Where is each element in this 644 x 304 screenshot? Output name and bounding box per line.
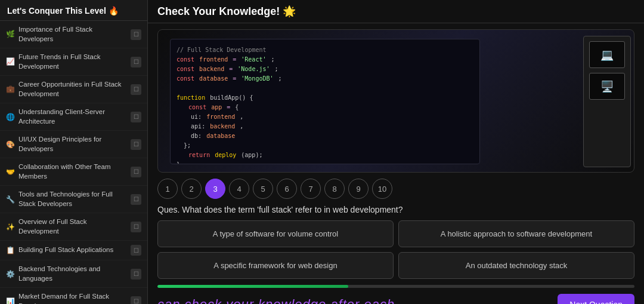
next-question-button[interactable]: Next Question (558, 294, 634, 304)
monitor-icon-2: 🖥️ (589, 73, 625, 100)
progress-bar-fill (157, 285, 348, 288)
monitor-icon-1: 💻 (589, 41, 625, 68)
sidebar: Let's Conquer This Level 🔥 🌿 Importance … (0, 0, 148, 304)
sidebar-item-check-1: ☐ (131, 57, 141, 67)
option-3[interactable]: A specific framework for web design (157, 252, 394, 279)
sidebar-item-9[interactable]: ⚙️ Backend Technologies and Languages ☐ (0, 260, 147, 288)
sidebar-item-check-2: ☐ (131, 84, 141, 95)
question-number-5[interactable]: 5 (253, 179, 273, 199)
sidebar-item-label-6: Tools and Technologies for Full Stack De… (18, 190, 131, 208)
code-block: // Full Stack Development const frontend… (170, 39, 480, 164)
sidebar-item-icon-3: 🌐 (6, 112, 15, 122)
sidebar-item-label-7: Overview of Full Stack Development (18, 217, 131, 236)
question-numbers: 12345678910 (157, 179, 634, 199)
bottom-text: can check your knowledge after each (157, 297, 395, 304)
main-header: Check Your Knowledge! 🌟 (148, 0, 644, 23)
question-number-10[interactable]: 10 (372, 179, 392, 199)
sidebar-item-8[interactable]: 📋 Building Full Stack Applications ☐ (0, 241, 147, 260)
question-number-3[interactable]: 3 (205, 179, 225, 199)
sidebar-item-label-1: Future Trends in Full Stack Development (18, 53, 131, 71)
sidebar-title: Let's Conquer This Level 🔥 (0, 0, 147, 21)
sidebar-item-label-3: Understanding Client-Server Architecture (18, 108, 131, 126)
sidebar-item-4[interactable]: 🎨 UI/UX Design Principles for Developers… (0, 131, 147, 158)
progress-bar-container (157, 285, 634, 288)
option-2[interactable]: A holistic approach to software developm… (398, 220, 634, 247)
question-number-1[interactable]: 1 (157, 179, 178, 199)
bottom-row: can check your knowledge after each Next… (157, 294, 634, 304)
sidebar-item-1[interactable]: 📈 Future Trends in Full Stack Developmen… (0, 48, 147, 76)
sidebar-item-label-2: Career Opportunities in Full Stack Devel… (18, 80, 131, 99)
sidebar-item-check-7: ☐ (131, 222, 141, 232)
sidebar-item-5[interactable]: 🤝 Collaboration with Other Team Members … (0, 158, 147, 186)
sidebar-item-icon-5: 🤝 (6, 167, 15, 177)
sidebar-item-icon-9: ⚙️ (6, 269, 15, 279)
sidebar-item-check-9: ☐ (131, 269, 141, 280)
question-number-7[interactable]: 7 (301, 179, 321, 199)
sidebar-item-icon-10: 📊 (6, 297, 15, 304)
sidebar-item-icon-4: 🎨 (6, 140, 15, 149)
option-4[interactable]: An outdated technology stack (398, 252, 634, 279)
main-body: // Full Stack Development const frontend… (148, 23, 644, 304)
sidebar-item-icon-8: 📋 (6, 245, 15, 255)
sidebar-item-label-9: Backend Technologies and Languages (18, 265, 131, 283)
sidebar-item-icon-6: 🔧 (6, 195, 15, 204)
sidebar-item-7[interactable]: ✨ Overview of Full Stack Development ☐ (0, 213, 147, 241)
question-number-4[interactable]: 4 (229, 179, 249, 199)
question-text: Ques. What does the term 'full stack' re… (157, 205, 634, 214)
sidebar-item-0[interactable]: 🌿 Importance of Full Stack Developers ☐ (0, 21, 147, 48)
sidebar-item-icon-2: 💼 (6, 84, 15, 94)
question-number-9[interactable]: 9 (348, 179, 369, 199)
sidebar-item-6[interactable]: 🔧 Tools and Technologies for Full Stack … (0, 186, 147, 213)
sidebar-item-label-0: Importance of Full Stack Developers (18, 25, 131, 44)
sidebar-item-3[interactable]: 🌐 Understanding Client-Server Architectu… (0, 103, 147, 131)
question-number-6[interactable]: 6 (277, 179, 297, 199)
main-content: Check Your Knowledge! 🌟 // Full Stack De… (148, 0, 644, 304)
sidebar-item-check-6: ☐ (131, 194, 141, 205)
sidebar-item-label-10: Market Demand for Full Stack Developers (18, 292, 131, 304)
sidebar-item-label-5: Collaboration with Other Team Members (18, 162, 131, 181)
sidebar-item-label-4: UI/UX Design Principles for Developers (18, 135, 131, 153)
sidebar-item-check-3: ☐ (131, 112, 141, 122)
sidebar-item-2[interactable]: 💼 Career Opportunities in Full Stack Dev… (0, 76, 147, 103)
main-title: Check Your Knowledge! 🌟 (157, 5, 296, 17)
sidebar-item-label-8: Building Full Stack Applications (18, 245, 131, 255)
sidebar-item-check-8: ☐ (131, 245, 141, 256)
sidebar-item-icon-1: 📈 (6, 57, 15, 66)
option-1[interactable]: A type of software for volume control (157, 220, 394, 247)
question-number-8[interactable]: 8 (324, 179, 345, 199)
sidebar-item-10[interactable]: 📊 Market Demand for Full Stack Developer… (0, 288, 147, 304)
monitor-graphic: 💻 🖥️ (583, 36, 631, 167)
sidebar-item-check-4: ☐ (131, 139, 141, 150)
sidebar-item-icon-0: 🌿 (6, 29, 15, 39)
sidebar-item-check-10: ☐ (131, 296, 141, 304)
sidebar-item-check-0: ☐ (131, 29, 141, 40)
question-number-2[interactable]: 2 (181, 179, 202, 199)
options-grid: A type of software for volume controlA h… (157, 220, 634, 279)
sidebar-item-icon-7: ✨ (6, 222, 15, 232)
code-image: // Full Stack Development const frontend… (157, 29, 634, 173)
sidebar-item-check-5: ☐ (131, 167, 141, 177)
